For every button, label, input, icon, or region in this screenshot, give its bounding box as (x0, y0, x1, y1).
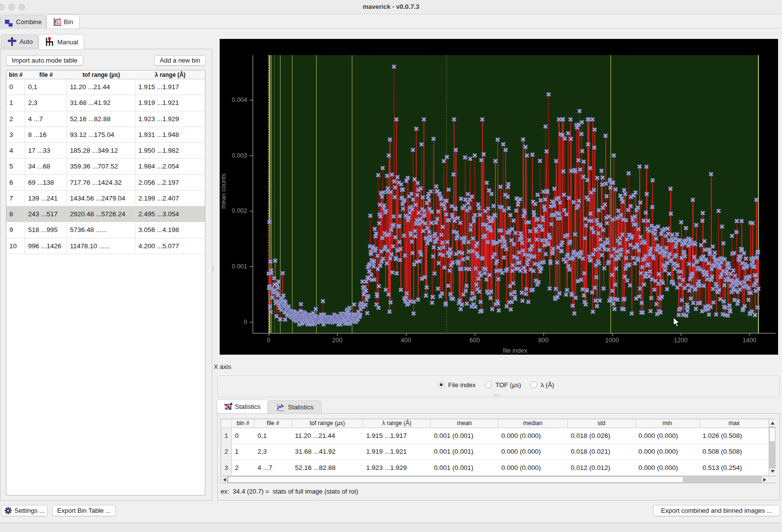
svg-text:1200: 1200 (674, 337, 688, 344)
svg-text:mean counts: mean counts (220, 173, 227, 209)
svg-text:0: 0 (244, 319, 247, 326)
svg-text:0.001: 0.001 (232, 263, 247, 270)
svg-text:800: 800 (538, 337, 549, 344)
svg-text:200: 200 (332, 337, 343, 344)
svg-text:1400: 1400 (743, 337, 756, 344)
svg-text:1000: 1000 (605, 337, 619, 344)
svg-text:file index: file index (503, 347, 527, 354)
svg-text:0: 0 (267, 337, 270, 344)
svg-text:0.004: 0.004 (232, 97, 247, 103)
svg-text:0.002: 0.002 (232, 207, 247, 214)
svg-text:600: 600 (470, 337, 480, 344)
svg-text:0.003: 0.003 (232, 152, 247, 159)
svg-text:400: 400 (401, 337, 411, 344)
